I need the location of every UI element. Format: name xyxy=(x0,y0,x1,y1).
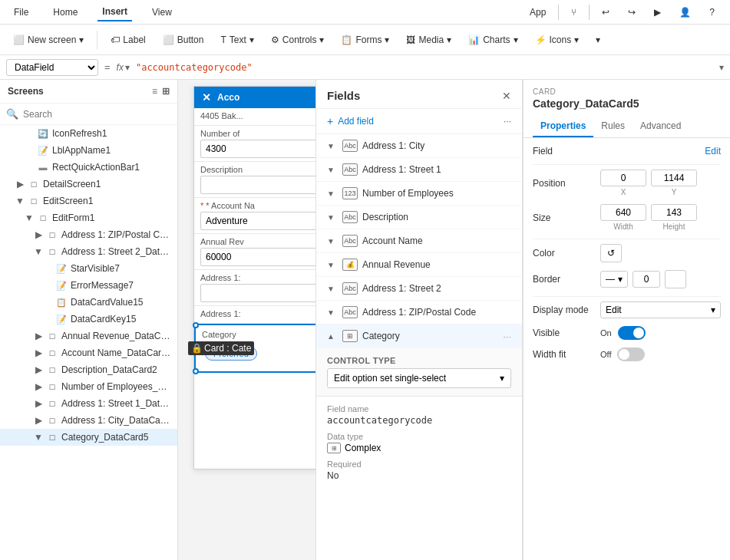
sidebar-item-editscreen[interactable]: ▼ □ EditScreen1 xyxy=(0,193,177,209)
grid-view-icon[interactable]: ⊞ xyxy=(162,86,170,97)
sidebar-item-lblappname[interactable]: 📝 LblAppName1 xyxy=(0,142,177,159)
sidebar-item-num-employees[interactable]: ▶ □ Number of Employees_Data xyxy=(0,378,177,395)
field-item-description[interactable]: ▼ Abc Description xyxy=(316,206,522,229)
redo-icon[interactable]: ↪ xyxy=(622,4,642,21)
field-item-address-street2[interactable]: ▼ Abc Address 1: Street 2 xyxy=(316,277,522,301)
sidebar-item-rectquick[interactable]: ▬ RectQuickActionBar1 xyxy=(0,159,177,176)
sidebar-item-annual-rev[interactable]: ▶ □ Annual Revenue_DataCard2 xyxy=(0,328,177,344)
prop-visible-row: Visible On xyxy=(533,326,721,340)
field-chevron: ▼ xyxy=(327,285,338,293)
field-item-annual-revenue[interactable]: ▼ 💰 Annual Revenue xyxy=(316,253,522,277)
sidebar-item-detailscreen[interactable]: ▶ □ DetailScreen1 xyxy=(0,176,177,193)
num-employees-input[interactable] xyxy=(200,140,315,158)
field-item-address-city[interactable]: ▼ Abc Address 1: City xyxy=(316,134,522,158)
sidebar-item-address-city[interactable]: ▶ □ Address 1: City_DataCard2 xyxy=(0,412,177,429)
icons-label: Icons xyxy=(550,35,572,45)
more-button[interactable]: ▾ xyxy=(589,31,607,49)
prop-position-row: Position X Y xyxy=(533,170,721,196)
size-height-input[interactable] xyxy=(651,204,697,221)
position-y-input[interactable] xyxy=(651,170,697,186)
label-button[interactable]: 🏷 Label xyxy=(104,31,152,49)
border-style-select[interactable]: — ▾ xyxy=(600,271,628,288)
handle-bottom-left[interactable] xyxy=(193,368,199,374)
media-button[interactable]: 🖼 Media ▾ xyxy=(399,31,458,49)
sidebar-item-address-street2[interactable]: ▼ □ Address 1: Street 2_DataCar xyxy=(0,243,177,260)
address1-label: Address 1: xyxy=(200,273,315,282)
sidebar-item-editform[interactable]: ▼ □ EditForm1 xyxy=(0,209,177,226)
fork-icon[interactable]: ⑂ xyxy=(565,4,583,21)
search-input[interactable] xyxy=(23,109,171,120)
width-fit-toggle[interactable] xyxy=(617,348,645,361)
menu-home[interactable]: Home xyxy=(48,4,82,21)
sidebar-item-address-street1[interactable]: ▶ □ Address 1: Street 1_DataCar xyxy=(0,395,177,412)
button-button[interactable]: ⬜ Button xyxy=(156,31,211,49)
controls-button[interactable]: ⚙ Controls ▾ xyxy=(264,31,332,49)
text-button[interactable]: T Text ▾ xyxy=(213,31,260,49)
sidebar-item-iconrefresh[interactable]: 🔄 IconRefresh1 xyxy=(0,125,177,142)
field-item-account-name[interactable]: ▼ Abc Account Name xyxy=(316,229,522,253)
tab-properties[interactable]: Properties xyxy=(533,116,593,137)
play-icon[interactable]: ▶ xyxy=(648,4,667,21)
card-name: Category_DataCard5 xyxy=(524,97,730,116)
forms-button[interactable]: 📋 Forms ▾ xyxy=(334,31,396,49)
sidebar-item-address-zip[interactable]: ▶ □ Address 1: ZIP/Postal Code_ xyxy=(0,226,177,243)
field-type-icon: Abc xyxy=(342,211,358,223)
field-selector[interactable]: DataField xyxy=(6,59,98,76)
tab-rules[interactable]: Rules xyxy=(593,116,633,137)
add-field-row[interactable]: + Add field ··· xyxy=(316,109,522,134)
account-name-input[interactable] xyxy=(200,212,315,230)
size-width-input[interactable] xyxy=(600,204,646,221)
undo-icon[interactable]: ↩ xyxy=(596,4,616,21)
controls-icon: ⚙ xyxy=(271,35,279,45)
help-icon[interactable]: ? xyxy=(703,4,721,21)
handle-top-left[interactable] xyxy=(193,322,199,328)
menu-file[interactable]: File xyxy=(9,4,33,21)
field-item-num-employees[interactable]: ▼ 123 Number of Employees xyxy=(316,182,522,206)
visible-toggle[interactable] xyxy=(618,326,646,340)
description-input[interactable] xyxy=(200,176,315,194)
menu-bar: File Home Insert View App ⑂ ↩ ↪ ▶ 👤 ? xyxy=(0,0,730,25)
canvas-close-icon[interactable]: ✕ xyxy=(202,91,211,104)
annual-rev-input[interactable] xyxy=(200,248,315,266)
position-x-input[interactable] xyxy=(600,170,646,186)
field-edit-link[interactable]: Edit xyxy=(705,146,721,156)
color-swatch[interactable]: ↺ xyxy=(600,244,622,262)
formula-collapse-chevron[interactable]: ▾ xyxy=(719,62,724,73)
fx-button[interactable]: fx ▾ xyxy=(117,62,130,73)
border-color-swatch[interactable] xyxy=(665,270,686,288)
sidebar-item-errormsg[interactable]: 📝 ErrorMessage7 xyxy=(0,277,177,294)
display-mode-select[interactable]: Edit ▾ xyxy=(600,301,721,318)
sidebar-item-datacardkey15[interactable]: 📝 DataCardKey15 xyxy=(0,311,177,328)
data-type-icon: ⊞ xyxy=(327,443,341,453)
controls-label: Controls xyxy=(282,35,317,45)
fields-close-button[interactable]: ✕ xyxy=(502,90,511,102)
sidebar-item-account-name[interactable]: ▶ □ Account Name_DataCard2 xyxy=(0,344,177,361)
canvas-category-card[interactable]: 🔒 Card : Cate Category Preferred xyxy=(194,324,315,373)
menu-view[interactable]: View xyxy=(147,4,177,21)
formula-input[interactable] xyxy=(136,62,713,73)
field-item-address-zip[interactable]: ▼ Abc Address 1: ZIP/Postal Code xyxy=(316,301,522,324)
sidebar-item-description[interactable]: ▶ □ Description_DataCard2 xyxy=(0,361,177,378)
field-chevron: ▼ xyxy=(327,189,338,198)
sidebar-item-datacardvalue15[interactable]: 📋 DataCardValue15 xyxy=(0,294,177,311)
list-view-icon[interactable]: ≡ xyxy=(152,86,157,97)
border-line-icon: — xyxy=(606,274,615,285)
border-width-input[interactable] xyxy=(633,271,660,288)
media-icon: 🖼 xyxy=(406,35,415,45)
user-icon[interactable]: 👤 xyxy=(673,4,697,21)
sidebar-item-category-dc5[interactable]: ▼ □ Category_DataCard5 xyxy=(0,429,177,446)
menu-insert[interactable]: Insert xyxy=(97,3,132,21)
charts-button[interactable]: 📊 Charts ▾ xyxy=(461,31,524,49)
control-type-select[interactable]: Edit option set single-select ▾ xyxy=(327,368,511,388)
newscreen-button[interactable]: ⬜ New screen ▾ xyxy=(6,31,91,49)
address1-input[interactable] xyxy=(200,284,315,302)
fields-list: ▼ Abc Address 1: City ▼ Abc Address 1: S… xyxy=(316,134,522,560)
field-more-icon[interactable]: ··· xyxy=(503,331,511,342)
fx-label: fx xyxy=(117,62,124,73)
field-item-category[interactable]: ▲ ⊞ Category ··· xyxy=(316,324,522,348)
add-field-more-icon[interactable]: ··· xyxy=(504,116,511,127)
tab-advanced[interactable]: Advanced xyxy=(633,116,689,137)
sidebar-item-starvisible[interactable]: 📝 StarVisible7 xyxy=(0,260,177,277)
field-item-address-street1[interactable]: ▼ Abc Address 1: Street 1 xyxy=(316,158,522,182)
icons-button[interactable]: ⚡ Icons ▾ xyxy=(528,31,586,49)
